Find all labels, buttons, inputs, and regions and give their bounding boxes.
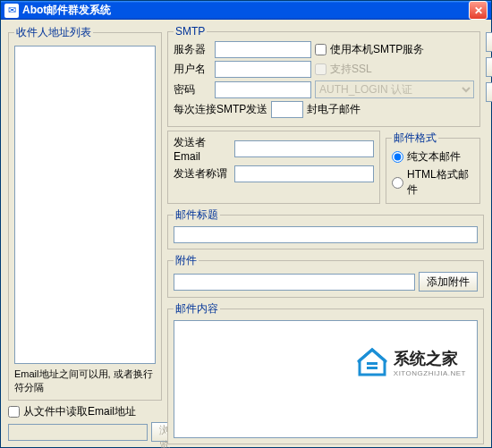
titlebar[interactable]: ✉ Abot邮件群发系统 ✕ [1, 1, 491, 20]
user-label: 用户名 [174, 62, 211, 77]
ssl-checkbox [315, 63, 327, 75]
recipient-list-group: 收件人地址列表 Email地址之间可以用, 或者换行符分隔 [8, 25, 162, 401]
attachment-legend: 附件 [174, 253, 199, 268]
ssl-label: 支持SSL [330, 62, 372, 77]
close-button[interactable]: ✕ [469, 1, 488, 20]
house-icon [356, 346, 388, 378]
auth-select: AUTH_LOGIN 认证 [315, 80, 474, 98]
attachment-group: 附件 添加附件 [167, 253, 484, 298]
read-from-file-label: 从文件中读取Email地址 [23, 404, 136, 419]
smtp-group: SMTP 服务器 使用本机SMTP服务 用户名 [167, 25, 480, 127]
format-html-label: HTML格式邮件 [407, 167, 474, 198]
pass-input[interactable] [215, 81, 311, 98]
format-html-radio[interactable] [392, 177, 403, 189]
format-plain-radio[interactable] [392, 151, 403, 163]
use-local-smtp-checkbox[interactable] [315, 44, 327, 55]
attachment-input[interactable] [174, 274, 415, 291]
format-group: 邮件格式 纯文本邮件 HTML格式邮件 [386, 131, 480, 204]
read-from-file-checkbox[interactable] [8, 406, 20, 418]
per-conn-label1: 每次连接SMTP发送 [174, 102, 267, 117]
home-button[interactable]: 产品主页 [486, 82, 492, 102]
use-local-smtp-label: 使用本机SMTP服务 [330, 42, 424, 57]
watermark: 系统之家 XITONGZHIJIA.NET [356, 346, 466, 378]
server-input[interactable] [215, 41, 311, 58]
watermark-en: XITONGZHIJIA.NET [394, 369, 466, 377]
svg-rect-0 [367, 362, 377, 365]
server-label: 服务器 [174, 42, 211, 57]
content-area: 收件人地址列表 Email地址之间可以用, 或者换行符分隔 从文件中读取Emai… [1, 20, 491, 448]
body-legend: 邮件内容 [174, 301, 220, 317]
body-textarea[interactable]: 系统之家 XITONGZHIJIA.NET [174, 320, 478, 438]
pass-label: 密码 [174, 82, 211, 97]
user-input[interactable] [215, 61, 311, 78]
sender-email-input[interactable] [234, 140, 374, 157]
subject-group: 邮件标题 [167, 207, 484, 249]
format-plain-label: 纯文本邮件 [407, 149, 461, 165]
window-title: Abot邮件群发系统 [22, 3, 469, 18]
app-icon: ✉ [4, 4, 19, 18]
subject-input[interactable] [174, 226, 478, 243]
smtp-legend: SMTP [174, 25, 207, 38]
file-path-input [8, 424, 148, 441]
per-conn-input[interactable] [271, 101, 303, 118]
subject-legend: 邮件标题 [174, 207, 220, 223]
svg-rect-1 [367, 367, 377, 369]
per-conn-label2: 封电子邮件 [307, 102, 361, 117]
sender-name-label: 发送者称谓 [174, 166, 231, 182]
add-attachment-button[interactable]: 添加附件 [419, 272, 478, 292]
sender-email-label: 发送者Email [174, 135, 231, 163]
format-legend: 邮件格式 [392, 131, 438, 146]
recipient-list-legend: 收件人地址列表 [14, 25, 93, 40]
manual-button[interactable]: 使用手册 [486, 57, 492, 77]
watermark-cn: 系统之家 [394, 348, 466, 369]
sender-name-input[interactable] [234, 165, 374, 182]
recipient-hint: Email地址之间可以用, 或者换行符分隔 [14, 368, 156, 394]
about-button[interactable]: 关于系统 [486, 32, 492, 52]
recipient-list[interactable] [14, 46, 156, 364]
sender-group: 发送者Email 发送者称谓 [167, 131, 380, 204]
app-window: ✉ Abot邮件群发系统 ✕ 收件人地址列表 Email地址之间可以用, 或者换… [0, 0, 492, 448]
body-group: 邮件内容 系统之家 XITONGZHIJIA.NET [167, 301, 484, 444]
